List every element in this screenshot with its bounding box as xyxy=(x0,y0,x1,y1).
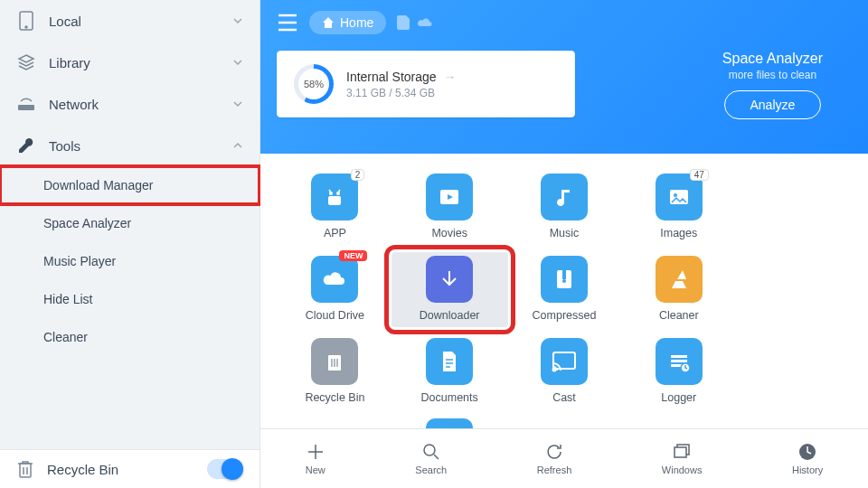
grid-item-movies[interactable]: Movies xyxy=(401,174,499,239)
grid-item-music[interactable]: Music xyxy=(515,174,614,239)
trash-icon xyxy=(311,338,358,385)
analyzer-sub: more files to clean xyxy=(722,69,823,81)
log-icon xyxy=(656,338,703,385)
toolbar-label: New xyxy=(306,465,326,475)
toolbar-windows[interactable]: Windows xyxy=(662,442,703,475)
router-icon xyxy=(16,94,36,114)
breadcrumb-home[interactable]: Home xyxy=(309,11,386,34)
svg-point-1 xyxy=(25,26,27,28)
grid-label: Documents xyxy=(421,391,478,404)
grid-item-downloader[interactable]: Downloader xyxy=(392,252,508,327)
sidebar-sub-space-analyzer[interactable]: Space Analyzer xyxy=(0,204,259,242)
toolbar-label: Windows xyxy=(662,465,703,475)
clock-icon xyxy=(797,442,817,462)
sidebar-item-network[interactable]: Network xyxy=(0,83,259,125)
music-note-icon xyxy=(541,174,588,221)
grid-item-recycle-bin[interactable]: Recycle Bin xyxy=(286,338,384,404)
sidebar-item-library[interactable]: Library xyxy=(0,42,259,83)
storage-card[interactable]: 58% Internal Storage → 3.11 GB / 5.34 GB xyxy=(277,51,575,117)
sidebar-item-local[interactable]: Local xyxy=(0,0,259,42)
svg-point-9 xyxy=(674,193,677,197)
grid-item-documents[interactable]: Documents xyxy=(401,338,499,404)
grid-label: Compressed xyxy=(533,309,597,322)
sidebar-sub-label: Cleaner xyxy=(43,330,88,344)
svg-point-15 xyxy=(552,369,555,371)
header: Home 58% Internal Storage → 3.11 GB xyxy=(260,0,868,154)
storage-pct: 58% xyxy=(298,69,329,99)
svg-rect-3 xyxy=(20,464,31,477)
analyze-button[interactable]: Analyze xyxy=(724,90,822,119)
cast-icon xyxy=(541,338,588,385)
svg-rect-14 xyxy=(553,352,575,369)
chevron-down-icon xyxy=(232,57,243,68)
grid-partial-row xyxy=(286,418,843,428)
sidebar-recycle-row[interactable]: Recycle Bin xyxy=(0,449,259,488)
badge: 47 xyxy=(690,169,709,181)
grid-label: Music xyxy=(550,227,580,239)
analyzer-block: Space Analyzer more files to clean Analy… xyxy=(722,51,823,119)
svg-point-12 xyxy=(562,279,566,283)
grid-label: Recycle Bin xyxy=(305,391,364,404)
svg-point-17 xyxy=(424,445,435,455)
grid-item-images[interactable]: 47 Images xyxy=(629,174,728,239)
sd-icon[interactable] xyxy=(397,15,410,30)
stack-icon xyxy=(16,52,36,72)
document-icon xyxy=(426,338,473,385)
sidebar-sub-label: Space Analyzer xyxy=(43,216,131,230)
sidebar-item-label: Library xyxy=(49,55,232,70)
play-icon xyxy=(426,174,473,221)
grid-item-logger[interactable]: Logger xyxy=(629,338,728,404)
grid-label: Movies xyxy=(431,227,467,239)
android-icon: 2 xyxy=(311,174,358,221)
storage-detail: 3.11 GB / 5.34 GB xyxy=(346,87,457,99)
analyzer-title: Space Analyzer xyxy=(722,51,823,67)
windows-icon xyxy=(672,442,692,462)
chevron-down-icon xyxy=(232,15,243,26)
zip-icon xyxy=(541,256,588,303)
arrow-right-icon: → xyxy=(444,70,457,84)
toolbar-new[interactable]: New xyxy=(306,442,326,475)
grid-item-compressed[interactable]: Compressed xyxy=(515,256,614,322)
sidebar-sub-label: Music Player xyxy=(43,254,116,268)
grid-label: Cleaner xyxy=(659,309,699,322)
sidebar-sub-label: Hide List xyxy=(43,292,92,306)
chevron-down-icon xyxy=(232,99,243,109)
image-icon: 47 xyxy=(656,174,703,221)
toolbar-search[interactable]: Search xyxy=(415,442,447,475)
grid-item-cast[interactable]: Cast xyxy=(515,338,614,404)
grid-item-cleaner[interactable]: Cleaner xyxy=(629,256,728,322)
sidebar-sub-cleaner[interactable]: Cleaner xyxy=(0,318,259,356)
phone-icon xyxy=(16,11,36,31)
toolbar-label: Search xyxy=(415,465,447,475)
svg-rect-6 xyxy=(328,196,341,205)
grid-item-app[interactable]: 2 APP xyxy=(286,174,384,239)
cloud-icon[interactable] xyxy=(417,16,433,29)
sidebar-sub-label: Download Manager xyxy=(43,178,153,192)
sidebar-sub-hide-list[interactable]: Hide List xyxy=(0,280,259,318)
home-label: Home xyxy=(340,15,373,30)
toolbar-history[interactable]: History xyxy=(792,442,823,475)
plus-icon xyxy=(306,442,326,462)
toolbar-label: Refresh xyxy=(537,465,572,475)
sidebar-sub-download-manager[interactable]: Download Manager xyxy=(0,166,259,204)
svg-rect-2 xyxy=(18,105,34,110)
wrench-icon xyxy=(16,136,36,155)
menu-icon[interactable] xyxy=(277,13,298,33)
grid-item-cloud-drive[interactable]: NEW Cloud Drive xyxy=(286,256,384,322)
bottom-toolbar: New Search Refresh Windows History xyxy=(260,428,868,488)
sidebar-sub-music-player[interactable]: Music Player xyxy=(0,242,259,280)
new-badge: NEW xyxy=(339,250,367,261)
download-icon xyxy=(426,256,473,303)
sidebar-item-label: Tools xyxy=(49,138,232,154)
toolbar-refresh[interactable]: Refresh xyxy=(537,442,572,475)
svg-rect-11 xyxy=(562,270,566,279)
grid-label: APP xyxy=(324,227,346,239)
chevron-up-icon xyxy=(232,140,243,151)
broom-icon xyxy=(656,256,703,303)
svg-rect-18 xyxy=(675,447,686,457)
badge: 2 xyxy=(351,169,365,181)
recycle-toggle[interactable] xyxy=(207,459,243,479)
sidebar-item-tools[interactable]: Tools xyxy=(0,125,259,166)
trash-icon xyxy=(16,459,34,479)
search-icon xyxy=(421,442,441,462)
